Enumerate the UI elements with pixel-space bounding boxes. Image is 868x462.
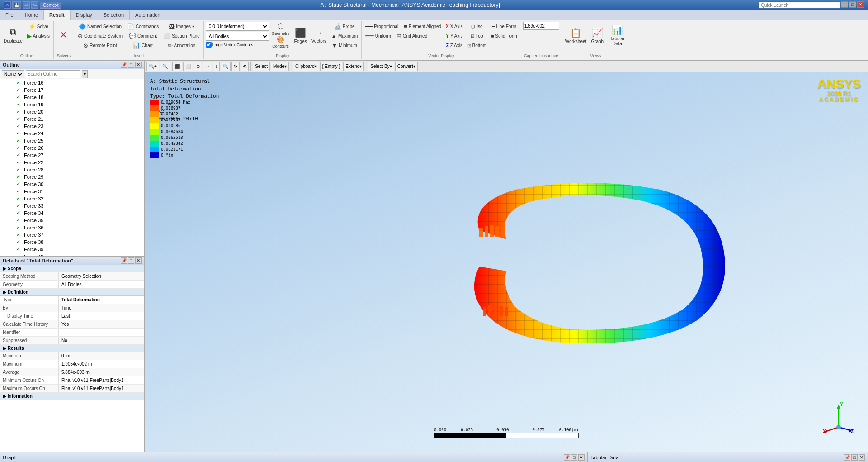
minimum-btn[interactable]: ▼ Minimum: [329, 41, 359, 50]
search-btn[interactable]: ▾: [82, 70, 88, 78]
tree-item-force19[interactable]: ✓Force 19: [0, 101, 144, 108]
tabular-pin-btn[interactable]: 📌: [844, 454, 850, 461]
large-vertex-checkbox[interactable]: [206, 42, 212, 48]
isosurface-input[interactable]: [523, 22, 559, 30]
tab-home[interactable]: Home: [19, 10, 44, 20]
tree-item-force30[interactable]: ✓Force 30: [0, 181, 144, 188]
tree-item-force28[interactable]: ✓Force 28: [0, 166, 144, 173]
tree-item-force32[interactable]: ✓Force 32: [0, 195, 144, 202]
reset-btn[interactable]: ⟳: [231, 62, 240, 71]
graph-close-btn[interactable]: ✕: [578, 454, 585, 461]
tree-item-force34[interactable]: ✓Force 34: [0, 210, 144, 217]
remote-point-btn[interactable]: ⊗ Remote Point: [76, 41, 124, 50]
filter-select[interactable]: Name: [2, 70, 24, 78]
quick-save-btn[interactable]: 💾: [12, 1, 21, 9]
y-axis-btn[interactable]: Y Y Axis: [444, 31, 464, 40]
identifier-val[interactable]: [59, 329, 144, 336]
deformation-select[interactable]: 0.0 (Undeformed): [206, 22, 269, 31]
tab-selection[interactable]: Selection: [98, 10, 130, 20]
outline-pin-btn[interactable]: 📌: [121, 62, 127, 68]
tabular-data-btn[interactable]: 📊 TabularData: [606, 22, 628, 49]
coordinate-system-btn[interactable]: ⊕ Coordinate System: [76, 31, 124, 40]
tree-item-force24[interactable]: ✓Force 24: [0, 130, 144, 137]
box-zoom-btn[interactable]: ⬜: [183, 62, 193, 71]
named-selection-btn[interactable]: 🔷 Named Selection: [76, 22, 124, 31]
zoom-in-btn[interactable]: 🔍+: [146, 62, 159, 71]
graph-restore-btn[interactable]: □: [571, 454, 577, 461]
geometry-val[interactable]: All Bodies: [59, 281, 144, 288]
tabular-restore-btn[interactable]: □: [851, 454, 858, 461]
tabular-close-btn[interactable]: ✕: [859, 454, 865, 461]
details-pin-btn[interactable]: 📌: [121, 257, 127, 264]
pan-h-btn[interactable]: ↔: [203, 62, 212, 71]
pan-v-btn[interactable]: ↕: [213, 62, 220, 71]
element-aligned-btn[interactable]: ≡ Element Aligned: [402, 22, 443, 31]
redo-btn[interactable]: ↪: [31, 1, 38, 9]
grid-aligned-btn[interactable]: ⊞ Grid Aligned: [395, 31, 429, 40]
tree-item-force29[interactable]: ✓Force 29: [0, 173, 144, 181]
quick-launch-input[interactable]: [759, 1, 840, 9]
minimize-btn[interactable]: ─: [841, 1, 848, 8]
x-axis-btn[interactable]: X X Axis: [444, 22, 464, 31]
geometry-btn[interactable]: ⬡ Geometry: [270, 22, 292, 35]
tree-item-force16[interactable]: ✓Force 16: [0, 79, 144, 86]
tree-item-force40[interactable]: ✓Force 40: [0, 253, 144, 256]
analysis-btn[interactable]: ▶ Analysis: [25, 31, 52, 40]
iso-btn[interactable]: ⬡ Iso: [466, 22, 489, 31]
annotation-btn[interactable]: ✏ Annotation: [161, 41, 202, 50]
tree-item-force27[interactable]: ✓Force 27: [0, 152, 144, 159]
tree-item-force21[interactable]: ✓Force 21: [0, 115, 144, 123]
bottom-btn[interactable]: ⊡ Bottom: [466, 41, 489, 50]
worksheet-btn[interactable]: 📋 Worksheet: [563, 22, 589, 49]
tree-item-force39[interactable]: ✓Force 39: [0, 246, 144, 253]
solve-btn[interactable]: ⚡ Solve: [25, 22, 52, 31]
section-plane-btn[interactable]: ⬜ Section Plane: [161, 31, 202, 40]
display-time-val[interactable]: Last: [59, 312, 144, 320]
graph-view-btn[interactable]: 📈 Graph: [589, 22, 605, 49]
uniform-btn[interactable]: ══ Uniform: [363, 31, 392, 40]
undo-btn[interactable]: ↩: [23, 1, 30, 9]
probe-btn[interactable]: 🔬 Probe: [329, 22, 359, 31]
tab-file[interactable]: File: [0, 10, 19, 20]
restore-btn[interactable]: □: [849, 1, 856, 8]
maximum-btn[interactable]: ▲ Maximum: [329, 31, 359, 40]
tree-item-force31[interactable]: ✓Force 31: [0, 188, 144, 195]
tree-item-force25[interactable]: ✓Force 25: [0, 137, 144, 144]
bodies-select[interactable]: All Bodies: [206, 32, 269, 41]
convert-btn[interactable]: Convert▾: [395, 62, 418, 71]
solid-form-btn[interactable]: ■ Solid Form: [489, 31, 519, 40]
fit-btn[interactable]: ⬛: [172, 62, 182, 71]
rotate-btn[interactable]: ⊙: [194, 62, 202, 71]
tree-item-force36[interactable]: ✓Force 36: [0, 224, 144, 231]
vectors-btn[interactable]: → Vectors: [310, 22, 328, 49]
commands-btn[interactable]: 📄 Commands: [125, 22, 160, 31]
details-restore-btn[interactable]: □: [128, 257, 134, 264]
outline-close-btn[interactable]: ✕: [135, 62, 142, 68]
contours-btn[interactable]: 🎨 Contours: [270, 36, 292, 48]
chart-btn[interactable]: 📊 Chart: [125, 41, 160, 50]
tab-display[interactable]: Display: [71, 10, 98, 20]
mode-btn[interactable]: Mode▾: [271, 62, 289, 71]
tree-item-force20[interactable]: ✓Force 20: [0, 108, 144, 115]
images-btn[interactable]: 🖼 Images ▾: [161, 22, 202, 31]
details-close-btn[interactable]: ✕: [135, 257, 142, 264]
tree-item-force23[interactable]: ✓Force 23: [0, 123, 144, 130]
graph-pin-btn[interactable]: 📌: [564, 454, 570, 461]
tree-item-force26[interactable]: ✓Force 26: [0, 144, 144, 152]
tab-result[interactable]: Result: [44, 10, 71, 20]
proportional-btn[interactable]: ━━ Proportional: [363, 22, 400, 31]
tree-item-force35[interactable]: ✓Force 35: [0, 217, 144, 224]
select-btn[interactable]: Select: [253, 62, 270, 71]
duplicate-btn[interactable]: ⧉ Duplicate: [2, 22, 24, 49]
top-btn[interactable]: ⊡ Top: [466, 31, 489, 40]
tree-item-force38[interactable]: ✓Force 38: [0, 238, 144, 246]
zoom2-btn[interactable]: 🔍: [221, 62, 231, 71]
tree-item-force33[interactable]: ✓Force 33: [0, 202, 144, 210]
edges-btn[interactable]: ⬛ Edges: [292, 22, 308, 49]
comment-btn[interactable]: 💬 Comment: [125, 31, 160, 40]
by-val[interactable]: Time: [59, 304, 144, 312]
search-input[interactable]: [26, 70, 80, 78]
clipboard-btn[interactable]: Clipboard▾: [293, 62, 319, 71]
undo-view-btn[interactable]: ⟲: [241, 62, 249, 71]
tab-automation[interactable]: Automation: [130, 10, 166, 20]
